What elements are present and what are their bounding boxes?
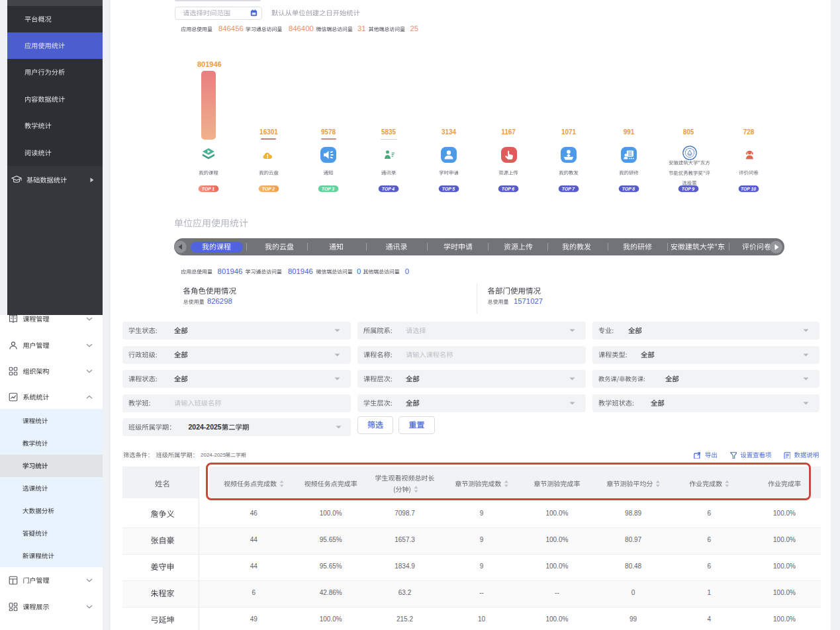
svg-text:TOP 7: TOP 7 xyxy=(562,187,575,191)
svg-text:TOP 1: TOP 1 xyxy=(202,187,214,191)
svg-text:TOP 10: TOP 10 xyxy=(741,187,756,191)
svg-text:TOP 2: TOP 2 xyxy=(262,187,275,191)
svg-text:TOP 9: TOP 9 xyxy=(682,187,694,191)
svg-text:TOP 6: TOP 6 xyxy=(502,187,514,191)
svg-text:TOP 3: TOP 3 xyxy=(322,187,334,191)
svg-text:TOP 8: TOP 8 xyxy=(622,187,635,191)
svg-text:TOP 4: TOP 4 xyxy=(382,187,395,191)
svg-text:TOP 5: TOP 5 xyxy=(442,187,455,191)
